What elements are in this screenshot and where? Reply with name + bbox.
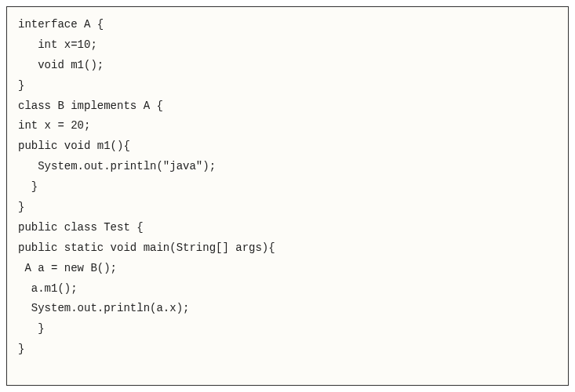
code-line: } <box>18 79 24 92</box>
code-line: System.out.println(a.x); <box>18 302 189 314</box>
code-line: } <box>18 343 24 355</box>
code-line: public class Test { <box>18 221 144 234</box>
code-block: interface A { int x=10; void m1(); } cla… <box>6 6 569 386</box>
code-line: } <box>18 180 38 193</box>
code-line: int x=10; <box>18 38 97 51</box>
code-line: int x = 20; <box>18 119 90 132</box>
code-line: interface A { <box>18 18 104 31</box>
code-line: } <box>18 201 24 213</box>
code-line: System.out.println("java"); <box>18 160 216 172</box>
code-line: void m1(); <box>18 59 104 71</box>
code-line: a.m1(); <box>18 282 78 295</box>
code-line: public static void main(String[] args){ <box>18 241 275 254</box>
code-line: public void m1(){ <box>18 140 130 152</box>
code-line: A a = new B(); <box>18 262 117 274</box>
code-line: } <box>18 322 45 335</box>
code-line: class B implements A { <box>18 100 163 112</box>
